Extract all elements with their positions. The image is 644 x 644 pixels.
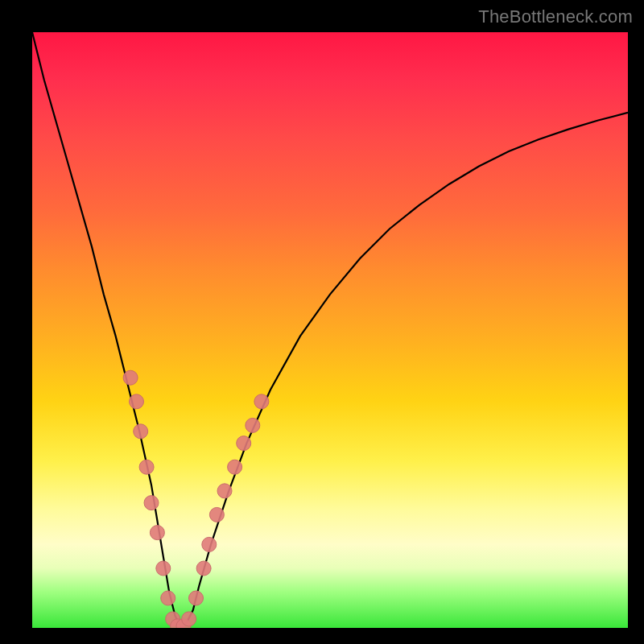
curve-marker [237, 436, 251, 451]
curve-marker [228, 460, 242, 474]
curve-marker [134, 424, 148, 439]
curve-markers [123, 370, 269, 628]
curve-marker [246, 418, 260, 432]
curve-marker [254, 394, 269, 409]
curve-marker [209, 507, 224, 522]
curve-marker [182, 612, 196, 626]
curve-marker [161, 591, 175, 605]
curve-marker [139, 460, 154, 474]
curve-marker [130, 394, 144, 409]
curve-marker [202, 537, 217, 551]
bottleneck-curve [32, 32, 628, 628]
curve-marker [123, 370, 138, 385]
plot-area [32, 32, 628, 628]
curve-marker [196, 561, 211, 576]
curve-marker [156, 561, 171, 576]
chart-frame: TheBottleneck.com [0, 0, 644, 644]
curve-layer [32, 32, 628, 628]
curve-marker [144, 496, 159, 510]
curve-marker [150, 526, 164, 540]
watermark-text: TheBottleneck.com [478, 6, 633, 27]
curve-marker [189, 591, 204, 605]
curve-marker [217, 484, 232, 498]
